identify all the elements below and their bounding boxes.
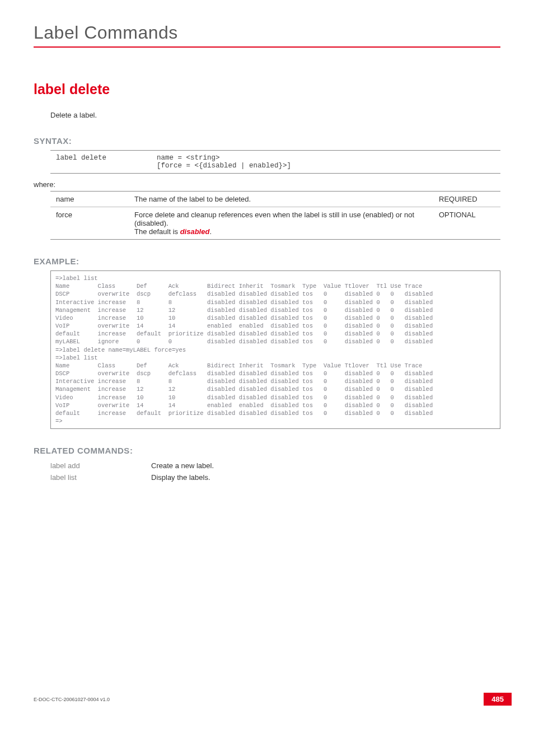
page-footer: E-DOC-CTC-20061027-0004 v1.0 485 bbox=[34, 693, 512, 706]
example-output: =>label list Name Class Def Ack Bidirect… bbox=[50, 270, 500, 429]
table-row: force Force delete and cleanup reference… bbox=[50, 207, 500, 240]
where-label: where: bbox=[34, 180, 500, 189]
syntax-table: label delete name = <string> [force = <{… bbox=[50, 150, 500, 174]
chapter-title: Label Commands bbox=[34, 22, 500, 43]
param-required: REQUIRED bbox=[433, 192, 500, 207]
document-id: E-DOC-CTC-20061027-0004 v1.0 bbox=[34, 697, 110, 702]
param-desc: The name of the label to be deleted. bbox=[129, 192, 433, 207]
related-desc: Display the labels. bbox=[151, 472, 214, 483]
command-title: label delete bbox=[34, 81, 500, 97]
syntax-command: label delete bbox=[50, 151, 151, 174]
related-desc: Create a new label. bbox=[151, 460, 214, 472]
related-command[interactable]: label list bbox=[50, 472, 151, 483]
param-default-keyword: disabled bbox=[180, 227, 210, 236]
syntax-heading: SYNTAX: bbox=[34, 136, 500, 146]
related-command[interactable]: label add bbox=[50, 460, 151, 472]
param-desc-text: Force delete and cleanup references even… bbox=[134, 211, 414, 236]
table-row: label list Display the labels. bbox=[50, 472, 214, 483]
param-desc-post: . bbox=[209, 227, 212, 236]
related-heading: RELATED COMMANDS: bbox=[34, 446, 500, 455]
parameter-table: name The name of the label to be deleted… bbox=[50, 191, 500, 240]
syntax-args: name = <string> [force = <{disabled | en… bbox=[151, 151, 500, 174]
param-desc: Force delete and cleanup references even… bbox=[129, 207, 433, 240]
related-commands-table: label add Create a new label. label list… bbox=[50, 460, 214, 483]
command-description: Delete a label. bbox=[50, 111, 500, 119]
example-heading: EXAMPLE: bbox=[34, 256, 500, 266]
table-row: label add Create a new label. bbox=[50, 460, 214, 472]
table-row: name The name of the label to be deleted… bbox=[50, 192, 500, 207]
param-required: OPTIONAL bbox=[433, 207, 500, 240]
param-name: name bbox=[50, 192, 129, 207]
chapter-header: Label Commands bbox=[34, 22, 500, 48]
param-name: force bbox=[50, 207, 129, 240]
page-number: 485 bbox=[484, 693, 512, 706]
